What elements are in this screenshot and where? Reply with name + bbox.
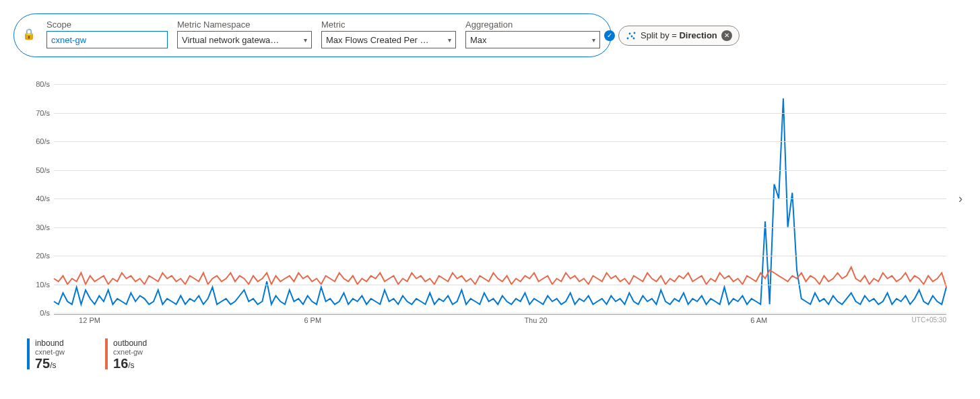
check-icon: ✓: [604, 30, 615, 41]
gridline: [54, 113, 946, 114]
x-tick-label: 12 PM: [79, 316, 100, 324]
scatter-icon: [626, 30, 636, 41]
y-tick-label: 50/s: [27, 166, 50, 174]
y-tick-label: 80/s: [27, 80, 50, 88]
timezone-label: UTC+05:30: [912, 316, 946, 324]
y-tick-label: 0/s: [27, 309, 50, 317]
y-tick-label: 60/s: [27, 137, 50, 145]
legend-direction: outbound: [113, 338, 147, 348]
legend-direction: inbound: [35, 338, 65, 348]
x-tick-label: Thu 20: [524, 316, 547, 324]
svg-point-0: [627, 37, 629, 39]
chart-area: 0/s10/s20/s30/s40/s50/s60/s70/s80/s 12 P…: [13, 84, 967, 326]
aggregation-value: Max: [470, 35, 487, 45]
y-tick-label: 20/s: [27, 252, 50, 260]
expand-icon[interactable]: ›: [958, 192, 962, 206]
chevron-down-icon: ▾: [592, 36, 595, 44]
svg-point-1: [629, 32, 631, 34]
legend-item-outbound[interactable]: outboundcxnet-gw16/s: [105, 338, 147, 371]
gridline: [54, 313, 946, 314]
plot-surface: 0/s10/s20/s30/s40/s50/s60/s70/s80/s: [54, 84, 946, 313]
lock-icon: 🔒: [22, 28, 36, 40]
x-tick-label: 6 PM: [304, 316, 321, 324]
x-tick-label: 6 AM: [750, 316, 767, 324]
legend-swatch: [105, 338, 108, 369]
scope-group: Scope: [46, 20, 168, 48]
gridline: [54, 170, 946, 171]
chart-container: 0/s10/s20/s30/s40/s50/s60/s70/s80/s 12 P…: [13, 84, 967, 326]
namespace-group: Metric Namespace Virtual network gatewa……: [177, 20, 312, 48]
y-tick-label: 70/s: [27, 109, 50, 117]
gridline: [54, 84, 946, 85]
legend-item-inbound[interactable]: inboundcxnet-gw75/s: [27, 338, 65, 371]
legend-resource: cxnet-gw: [35, 348, 65, 356]
split-by-text: Split by = Direction: [641, 30, 717, 40]
metric-value: Max Flows Created Per …: [326, 35, 428, 45]
metric-dropdown[interactable]: Max Flows Created Per … ▾: [321, 31, 456, 48]
gridline: [54, 256, 946, 256]
namespace-dropdown[interactable]: Virtual network gatewa… ▾: [177, 31, 312, 48]
legend-value: 75/s: [35, 356, 65, 371]
svg-point-4: [633, 37, 635, 39]
aggregation-dropdown[interactable]: Max ▾: [465, 31, 600, 48]
svg-point-3: [634, 32, 636, 34]
gridline: [54, 227, 946, 228]
y-tick-label: 10/s: [27, 281, 50, 289]
y-tick-label: 40/s: [27, 194, 50, 203]
legend: inboundcxnet-gw75/soutboundcxnet-gw16/s: [27, 338, 967, 371]
metric-label: Metric: [321, 20, 456, 30]
metric-group: Metric Max Flows Created Per … ▾: [321, 20, 456, 48]
legend-value: 16/s: [113, 356, 147, 371]
aggregation-label: Aggregation: [465, 20, 600, 30]
metric-selector-pill: 🔒 Scope Metric Namespace Virtual network…: [13, 13, 612, 57]
chevron-down-icon: ▾: [448, 36, 451, 44]
scope-label: Scope: [46, 20, 168, 30]
namespace-value: Virtual network gatewa…: [182, 35, 279, 45]
x-axis: 12 PM6 PMThu 206 AMUTC+05:30: [54, 314, 946, 326]
gridline: [54, 198, 946, 199]
close-icon[interactable]: ✕: [721, 30, 732, 41]
chevron-down-icon: ▾: [304, 36, 307, 44]
metric-toolbar: 🔒 Scope Metric Namespace Virtual network…: [13, 13, 967, 57]
namespace-label: Metric Namespace: [177, 20, 312, 30]
gridline: [54, 141, 946, 142]
aggregation-group: Aggregation Max ▾: [465, 20, 600, 48]
series-line-inbound: [54, 98, 946, 304]
svg-point-2: [631, 35, 633, 37]
legend-resource: cxnet-gw: [113, 348, 147, 356]
legend-swatch: [27, 338, 30, 369]
scope-input[interactable]: [46, 31, 168, 48]
gridline: [54, 285, 946, 285]
y-tick-label: 30/s: [27, 223, 50, 231]
split-by-pill[interactable]: Split by = Direction ✕: [618, 26, 740, 46]
